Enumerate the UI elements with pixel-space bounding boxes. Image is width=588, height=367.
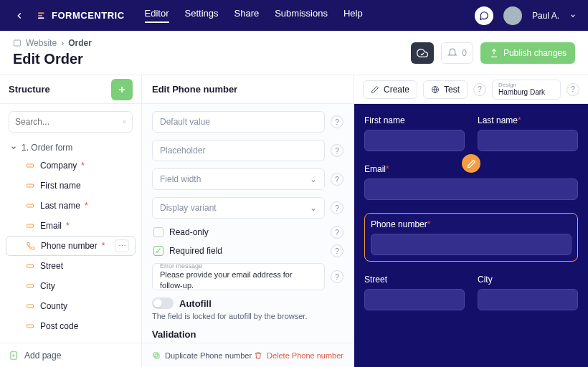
readonly-checkbox[interactable]: Read-only ? [153,226,343,239]
subheader: Website › Order Edit Order 0 Publish cha… [0,31,588,75]
svg-rect-1 [38,14,42,16]
help-icon[interactable]: ? [331,226,343,239]
tree-node-company[interactable]: Company* [6,156,136,176]
svg-rect-9 [27,264,34,267]
structure-panel: Structure 1. Order form Company* First n… [0,75,142,367]
user-avatar[interactable] [503,6,522,25]
help-icon[interactable]: ? [566,83,579,96]
svg-rect-14 [155,354,159,358]
chevron-down-icon [10,144,17,151]
help-icon[interactable]: ? [331,244,343,257]
tree-node-email[interactable]: Email* [6,216,136,236]
svg-rect-6 [27,184,34,187]
help-icon[interactable]: ? [331,173,343,186]
publish-label: Publish changes [503,48,566,58]
error-message-input[interactable]: Error message Please provide your email … [152,263,325,290]
checkbox-icon [153,227,163,237]
chevron-down-icon: ⌄ [310,174,317,184]
brand-mark-icon [37,11,47,21]
tree-node-last-name[interactable]: Last name* [6,196,136,216]
help-icon[interactable]: ? [331,144,343,157]
tree-node-phone-number[interactable]: Phone number* ⋯ [6,236,136,256]
svg-point-4 [123,120,125,123]
chat-button[interactable] [475,6,493,25]
duplicate-button[interactable]: Duplicate Phone number [152,351,252,360]
search-input[interactable] [15,117,123,127]
crumb-order[interactable]: Order [68,38,92,48]
tree-node-city[interactable]: City [6,276,136,296]
required-checkbox[interactable]: ✓ Required field ? [153,244,343,257]
edit-badge[interactable] [462,154,480,173]
tree-node-first-name[interactable]: First name [6,176,136,196]
nav-share[interactable]: Share [234,8,260,23]
nav-editor[interactable]: Editor [145,8,169,23]
nav-items: Editor Settings Share Submissions Help [145,8,363,23]
notification-count: 0 [462,48,467,58]
back-button[interactable] [11,8,27,24]
add-element-button[interactable] [111,79,133,100]
structure-tree: 1. Order form Company* First name Last n… [0,140,141,343]
svg-rect-12 [27,325,34,328]
preview-stage: First name Last name* Email* [354,104,588,367]
breadcrumb: Website › Order [13,38,92,48]
top-navbar: FORMCENTRIC Editor Settings Share Submis… [0,0,588,31]
user-name[interactable]: Paul A. [532,11,559,21]
preview-field-phone[interactable]: Phone number* [371,219,572,255]
nav-submissions[interactable]: Submissions [275,8,328,23]
delete-button[interactable]: Delete Phone number [254,351,343,360]
preview-field-phone-highlight: Phone number* [364,213,578,262]
chevron-down-icon [569,12,577,19]
nav-settings[interactable]: Settings [185,8,219,23]
tree-node-county[interactable]: County [6,296,136,316]
svg-rect-10 [27,285,34,287]
tree-root[interactable]: 1. Order form [6,140,136,156]
brand-logo: FORMCENTRIC [37,10,125,21]
display-variant-select[interactable]: Display variant ⌄ [152,197,325,219]
preview-field-first-name[interactable]: First name [364,115,465,151]
preview-panel: Create Test ? Design Hamburg Dark ? Firs… [354,75,588,367]
nav-right: Paul A. [475,6,577,25]
search-icon [123,117,126,127]
chevron-down-icon: ⌄ [310,203,317,213]
notifications-button[interactable]: 0 [441,42,473,64]
placeholder-input[interactable]: Placeholder [152,140,325,161]
page-title: Edit Order [13,51,92,67]
arrow-left-icon [14,11,24,21]
svg-rect-15 [153,353,158,357]
preview-field-street[interactable]: Street [364,275,465,310]
nav-help[interactable]: Help [343,8,363,23]
node-more-button[interactable]: ⋯ [115,239,129,252]
editor-title: Edit Phone number [152,84,237,95]
svg-rect-8 [27,224,34,227]
autofill-toggle[interactable] [152,297,174,309]
upload-icon [489,48,499,58]
design-select[interactable]: Design Hamburg Dark [492,80,561,100]
bell-icon [447,48,457,58]
validation-title: Validation [152,329,343,340]
svg-rect-7 [27,204,34,207]
preview-field-last-name[interactable]: Last name* [478,115,578,151]
file-icon [13,39,22,47]
default-value-input[interactable]: Default value [152,111,325,133]
chat-icon [479,11,489,21]
help-icon[interactable]: ? [331,270,343,283]
add-page-button[interactable]: Add page [0,343,141,367]
structure-title: Structure [9,84,50,95]
add-page-icon [9,351,19,361]
publish-button[interactable]: Publish changes [480,42,575,64]
svg-rect-3 [14,40,21,46]
create-button[interactable]: Create [363,80,417,99]
editor-panel: Edit Phone number Default value ? Placeh… [142,75,354,367]
cloud-save-button[interactable] [411,42,434,64]
preview-field-city[interactable]: City [478,275,578,310]
tree-node-street[interactable]: Street [6,256,136,276]
tree-node-post-code[interactable]: Post code [6,316,136,336]
test-button[interactable]: Test [423,80,468,99]
help-icon[interactable]: ? [331,115,343,128]
field-width-select[interactable]: Field width ⌄ [152,168,325,190]
help-icon[interactable]: ? [473,83,486,96]
help-icon[interactable]: ? [331,201,343,214]
search-box[interactable] [9,111,133,133]
crumb-website[interactable]: Website [26,38,57,48]
pencil-icon [371,85,379,94]
